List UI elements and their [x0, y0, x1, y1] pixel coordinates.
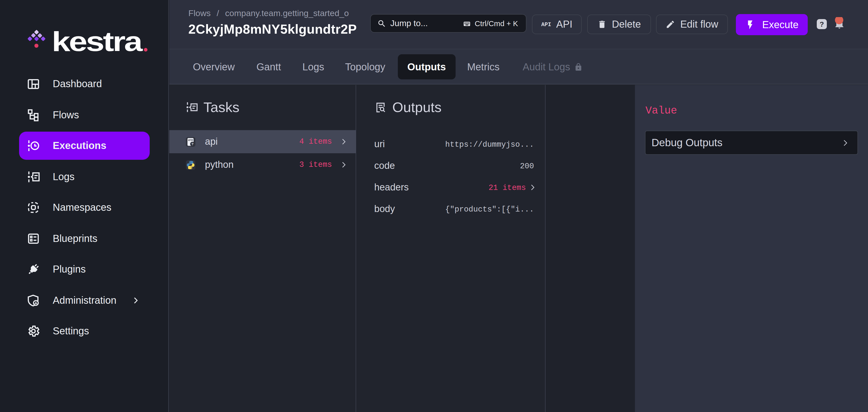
svg-text:?: ? — [191, 142, 193, 146]
svg-text:HTTP: HTTP — [188, 139, 193, 141]
svg-text:kestra: kestra — [52, 28, 143, 57]
